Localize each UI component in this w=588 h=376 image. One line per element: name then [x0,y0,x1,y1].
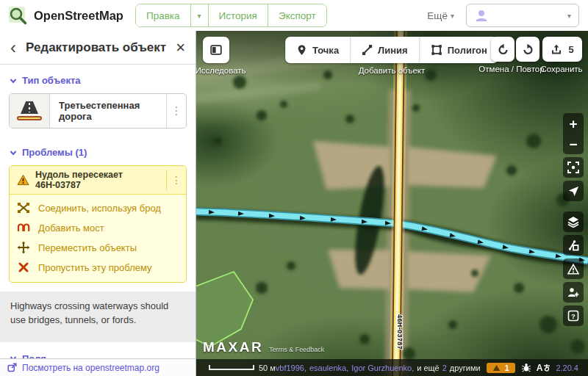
scale-label: 50 м [259,364,276,372]
action-ignore-issue[interactable]: Пропустить эту проблему [17,261,179,274]
zoom-in-button[interactable]: + [563,113,584,134]
action-move-objects[interactable]: Переместить объекты [17,241,179,254]
section-feature-type[interactable]: Тип объекта [0,64,196,91]
redo-button[interactable] [516,37,539,62]
move-icon [17,241,30,254]
zoom-out-button[interactable]: − [563,134,584,154]
wood-polygon[interactable] [196,272,253,347]
chevron-down-icon: ▾ [451,12,454,20]
layers-icon [567,216,579,228]
add-object-group: Точка Линия Полигон [285,37,498,63]
close-icon[interactable]: × [176,40,185,56]
issue-options-icon[interactable]: ⋮ [166,170,186,190]
view-on-osm-link[interactable]: Посмотреть на openstreetmap.org [0,358,196,376]
chevron-down-icon: ▾ [567,12,571,20]
user-menu-button[interactable]: ▾ [466,4,579,27]
polygon-icon [431,44,442,56]
scale-bar [209,365,254,370]
warning-icon [17,174,29,186]
more-menu[interactable]: Ещё▾ [427,10,454,21]
warning-icon [492,364,501,372]
export-tab[interactable]: Экспорт [268,4,326,26]
map-controls: + − [563,113,584,326]
issue-card: Нудоль пересекает 46Н-03787 ⋮ Соединить,… [9,165,187,283]
save-button[interactable]: 5 [542,37,582,62]
back-icon[interactable]: ‹ [10,39,16,57]
preset-name: Третьестепенная дорога [50,94,166,128]
zoom-to-selection-button[interactable] [563,157,584,178]
action-connect-ford[interactable]: Соединить, используя брод [17,201,179,214]
connect-ways-icon [17,201,30,214]
road-ref-label: 46Н-03787 [396,314,404,350]
add-line-button[interactable]: Линия [351,37,420,63]
browse-mode-button[interactable] [203,37,229,63]
issue-description: Highways crossing waterways should use b… [0,292,196,342]
background-settings-button[interactable] [563,212,584,232]
help-icon: ? [567,310,579,322]
edit-dropdown-caret[interactable]: ▾ [191,4,209,26]
imagery-terms-link[interactable]: Terms & Feedback [269,346,324,353]
chevron-down-icon [10,77,17,84]
map-features: 46Н-03787 [196,31,588,376]
sidebar-toggle-icon [209,44,223,56]
version-link[interactable]: 2.20.4 [556,364,578,372]
brand-title: OpenStreetMap [34,9,123,23]
bug-report-icon[interactable] [521,363,531,372]
kana-glyph [543,364,551,372]
map-canvas[interactable]: 46Н-03787 Исследовать Точка [196,31,588,376]
section-issues[interactable]: Проблемы (1) [0,136,196,163]
osm-logo-icon [7,5,28,26]
redo-icon [522,43,534,56]
issue-actions: Соединить, используя брод Добавить мост [10,195,186,282]
warning-icon [567,264,579,275]
location-arrow-icon [568,186,579,197]
header-right: Ещё▾ ▾ [427,4,588,27]
edit-sidebar: ‹ Редактировать объект × Тип объекта Тре… [0,31,196,376]
issues-count-badge[interactable]: 1 [487,363,515,373]
header-nav-group: Правка ▾ История Экспорт [135,4,327,27]
avatar-icon [474,8,489,23]
map-data-icon [567,239,579,251]
frame-target-icon [567,162,579,173]
issue-title: Нудоль пересекает 46Н-03787 [35,170,160,190]
preferences-button[interactable] [563,282,584,303]
svg-text:?: ? [571,312,576,320]
issues-button[interactable] [563,258,584,279]
add-point-button[interactable]: Точка [285,37,351,63]
translate-icon[interactable]: A [537,363,551,373]
line-icon [362,44,373,56]
more-contributors-link[interactable]: 2 [442,364,447,372]
chevron-down-icon [10,149,17,156]
contributor-link[interactable]: Igor Gurzhuenko, [351,364,414,372]
preset-options-icon[interactable]: ⋮ [166,94,186,128]
help-button[interactable]: ? [563,306,584,326]
action-add-bridge[interactable]: Добавить мост [17,221,179,234]
contributor-link[interactable]: vbf1996, [276,364,306,372]
contributors-attribution: vbf1996, esaulenka, Igor Gurzhuenko, и е… [276,364,481,372]
maxar-logo[interactable]: MAXAR [203,339,263,355]
upload-icon [551,43,562,55]
skip-x-icon [17,261,30,274]
external-link-icon [7,363,17,372]
geolocate-button[interactable] [563,181,584,201]
osm-brand[interactable]: OpenStreetMap [0,5,123,26]
undo-button[interactable] [491,37,514,62]
history-tab[interactable]: История [209,4,268,26]
preset-card-tertiary-road[interactable]: Третьестепенная дорога ⋮ [9,93,187,129]
add-polygon-button[interactable]: Полигон [420,37,498,63]
edit-tab[interactable]: Правка [136,4,191,26]
bridge-icon [17,221,30,234]
user-settings-icon [567,286,579,298]
osm-id-editor: OpenStreetMap Правка ▾ История Экспорт Е… [0,0,588,376]
sidebar-body: Тип объекта Третьестепенная дорога ⋮ Про… [0,64,196,359]
undo-icon [497,43,509,56]
map-data-button[interactable] [563,235,584,256]
sidebar-header: ‹ Редактировать объект × [0,31,196,65]
contributor-link[interactable]: esaulenka, [309,364,348,372]
issue-header[interactable]: Нудоль пересекает 46Н-03787 ⋮ [10,166,186,195]
point-icon [296,44,307,56]
section-fields[interactable]: Поля [0,342,196,359]
top-header: OpenStreetMap Правка ▾ История Экспорт Е… [0,0,588,31]
save-count: 5 [568,44,573,55]
tertiary-road-icon [10,94,50,128]
